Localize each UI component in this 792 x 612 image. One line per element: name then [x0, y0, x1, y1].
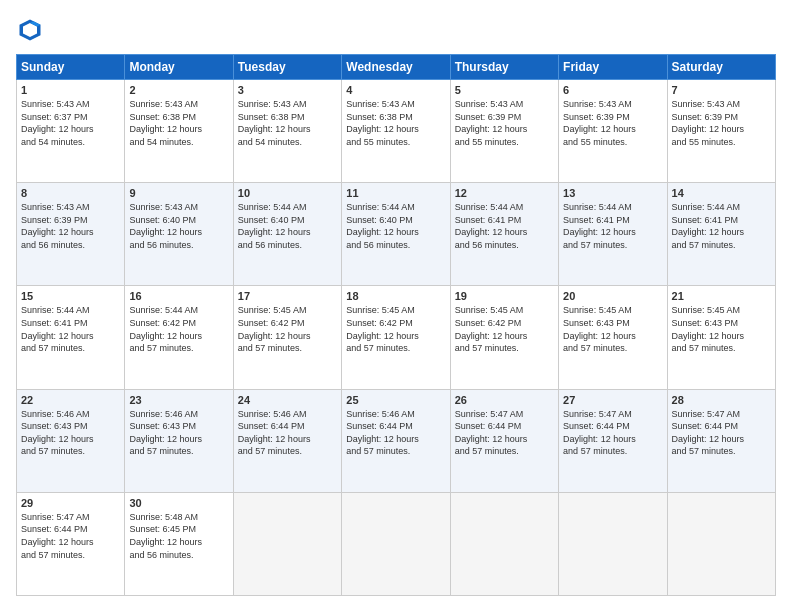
calendar-cell: 16Sunrise: 5:44 AM Sunset: 6:42 PM Dayli… — [125, 286, 233, 389]
calendar-cell: 8Sunrise: 5:43 AM Sunset: 6:39 PM Daylig… — [17, 183, 125, 286]
calendar-cell: 23Sunrise: 5:46 AM Sunset: 6:43 PM Dayli… — [125, 389, 233, 492]
day-number: 18 — [346, 290, 445, 302]
calendar-cell — [450, 492, 558, 595]
calendar-cell: 14Sunrise: 5:44 AM Sunset: 6:41 PM Dayli… — [667, 183, 775, 286]
logo-icon — [16, 16, 44, 44]
calendar-cell — [233, 492, 341, 595]
calendar-cell: 5Sunrise: 5:43 AM Sunset: 6:39 PM Daylig… — [450, 80, 558, 183]
calendar-week-3: 15Sunrise: 5:44 AM Sunset: 6:41 PM Dayli… — [17, 286, 776, 389]
day-number: 10 — [238, 187, 337, 199]
day-number: 13 — [563, 187, 662, 199]
calendar-cell: 25Sunrise: 5:46 AM Sunset: 6:44 PM Dayli… — [342, 389, 450, 492]
day-info: Sunrise: 5:44 AM Sunset: 6:41 PM Dayligh… — [21, 304, 120, 354]
col-header-sunday: Sunday — [17, 55, 125, 80]
day-info: Sunrise: 5:45 AM Sunset: 6:43 PM Dayligh… — [672, 304, 771, 354]
day-info: Sunrise: 5:48 AM Sunset: 6:45 PM Dayligh… — [129, 511, 228, 561]
day-number: 30 — [129, 497, 228, 509]
calendar-cell: 10Sunrise: 5:44 AM Sunset: 6:40 PM Dayli… — [233, 183, 341, 286]
day-info: Sunrise: 5:43 AM Sunset: 6:40 PM Dayligh… — [129, 201, 228, 251]
day-number: 22 — [21, 394, 120, 406]
day-number: 14 — [672, 187, 771, 199]
day-info: Sunrise: 5:43 AM Sunset: 6:38 PM Dayligh… — [238, 98, 337, 148]
day-number: 27 — [563, 394, 662, 406]
calendar-week-2: 8Sunrise: 5:43 AM Sunset: 6:39 PM Daylig… — [17, 183, 776, 286]
day-info: Sunrise: 5:44 AM Sunset: 6:41 PM Dayligh… — [672, 201, 771, 251]
calendar-week-5: 29Sunrise: 5:47 AM Sunset: 6:44 PM Dayli… — [17, 492, 776, 595]
calendar-cell: 18Sunrise: 5:45 AM Sunset: 6:42 PM Dayli… — [342, 286, 450, 389]
day-number: 3 — [238, 84, 337, 96]
day-number: 17 — [238, 290, 337, 302]
day-info: Sunrise: 5:45 AM Sunset: 6:42 PM Dayligh… — [238, 304, 337, 354]
calendar-cell: 6Sunrise: 5:43 AM Sunset: 6:39 PM Daylig… — [559, 80, 667, 183]
calendar-cell: 13Sunrise: 5:44 AM Sunset: 6:41 PM Dayli… — [559, 183, 667, 286]
calendar-week-4: 22Sunrise: 5:46 AM Sunset: 6:43 PM Dayli… — [17, 389, 776, 492]
calendar-cell: 28Sunrise: 5:47 AM Sunset: 6:44 PM Dayli… — [667, 389, 775, 492]
calendar-cell: 1Sunrise: 5:43 AM Sunset: 6:37 PM Daylig… — [17, 80, 125, 183]
col-header-monday: Monday — [125, 55, 233, 80]
calendar-cell: 9Sunrise: 5:43 AM Sunset: 6:40 PM Daylig… — [125, 183, 233, 286]
day-number: 6 — [563, 84, 662, 96]
calendar-cell: 2Sunrise: 5:43 AM Sunset: 6:38 PM Daylig… — [125, 80, 233, 183]
day-number: 11 — [346, 187, 445, 199]
day-number: 16 — [129, 290, 228, 302]
day-info: Sunrise: 5:45 AM Sunset: 6:42 PM Dayligh… — [346, 304, 445, 354]
col-header-saturday: Saturday — [667, 55, 775, 80]
col-header-friday: Friday — [559, 55, 667, 80]
day-info: Sunrise: 5:44 AM Sunset: 6:41 PM Dayligh… — [563, 201, 662, 251]
day-info: Sunrise: 5:47 AM Sunset: 6:44 PM Dayligh… — [21, 511, 120, 561]
calendar-cell: 19Sunrise: 5:45 AM Sunset: 6:42 PM Dayli… — [450, 286, 558, 389]
day-info: Sunrise: 5:46 AM Sunset: 6:43 PM Dayligh… — [21, 408, 120, 458]
day-info: Sunrise: 5:45 AM Sunset: 6:42 PM Dayligh… — [455, 304, 554, 354]
day-number: 25 — [346, 394, 445, 406]
calendar-cell: 29Sunrise: 5:47 AM Sunset: 6:44 PM Dayli… — [17, 492, 125, 595]
day-number: 2 — [129, 84, 228, 96]
day-info: Sunrise: 5:43 AM Sunset: 6:39 PM Dayligh… — [455, 98, 554, 148]
day-info: Sunrise: 5:46 AM Sunset: 6:44 PM Dayligh… — [238, 408, 337, 458]
day-number: 21 — [672, 290, 771, 302]
logo — [16, 16, 48, 44]
day-info: Sunrise: 5:46 AM Sunset: 6:43 PM Dayligh… — [129, 408, 228, 458]
day-info: Sunrise: 5:44 AM Sunset: 6:40 PM Dayligh… — [238, 201, 337, 251]
day-number: 4 — [346, 84, 445, 96]
calendar-week-1: 1Sunrise: 5:43 AM Sunset: 6:37 PM Daylig… — [17, 80, 776, 183]
col-header-wednesday: Wednesday — [342, 55, 450, 80]
calendar-cell: 15Sunrise: 5:44 AM Sunset: 6:41 PM Dayli… — [17, 286, 125, 389]
day-number: 29 — [21, 497, 120, 509]
calendar-table: SundayMondayTuesdayWednesdayThursdayFrid… — [16, 54, 776, 596]
day-info: Sunrise: 5:44 AM Sunset: 6:41 PM Dayligh… — [455, 201, 554, 251]
header — [16, 16, 776, 44]
day-info: Sunrise: 5:43 AM Sunset: 6:39 PM Dayligh… — [672, 98, 771, 148]
day-number: 26 — [455, 394, 554, 406]
day-number: 19 — [455, 290, 554, 302]
day-number: 7 — [672, 84, 771, 96]
page: SundayMondayTuesdayWednesdayThursdayFrid… — [0, 0, 792, 612]
day-number: 8 — [21, 187, 120, 199]
day-number: 5 — [455, 84, 554, 96]
calendar-header-row: SundayMondayTuesdayWednesdayThursdayFrid… — [17, 55, 776, 80]
calendar-cell: 22Sunrise: 5:46 AM Sunset: 6:43 PM Dayli… — [17, 389, 125, 492]
day-number: 9 — [129, 187, 228, 199]
day-number: 23 — [129, 394, 228, 406]
col-header-tuesday: Tuesday — [233, 55, 341, 80]
calendar-cell: 4Sunrise: 5:43 AM Sunset: 6:38 PM Daylig… — [342, 80, 450, 183]
calendar-cell: 17Sunrise: 5:45 AM Sunset: 6:42 PM Dayli… — [233, 286, 341, 389]
day-info: Sunrise: 5:43 AM Sunset: 6:38 PM Dayligh… — [129, 98, 228, 148]
calendar-cell: 30Sunrise: 5:48 AM Sunset: 6:45 PM Dayli… — [125, 492, 233, 595]
calendar-cell: 26Sunrise: 5:47 AM Sunset: 6:44 PM Dayli… — [450, 389, 558, 492]
day-number: 15 — [21, 290, 120, 302]
day-info: Sunrise: 5:45 AM Sunset: 6:43 PM Dayligh… — [563, 304, 662, 354]
day-info: Sunrise: 5:43 AM Sunset: 6:37 PM Dayligh… — [21, 98, 120, 148]
calendar-cell: 24Sunrise: 5:46 AM Sunset: 6:44 PM Dayli… — [233, 389, 341, 492]
calendar-cell: 27Sunrise: 5:47 AM Sunset: 6:44 PM Dayli… — [559, 389, 667, 492]
day-number: 12 — [455, 187, 554, 199]
day-number: 20 — [563, 290, 662, 302]
day-number: 28 — [672, 394, 771, 406]
day-number: 1 — [21, 84, 120, 96]
calendar-cell — [559, 492, 667, 595]
day-info: Sunrise: 5:43 AM Sunset: 6:39 PM Dayligh… — [563, 98, 662, 148]
calendar-cell — [342, 492, 450, 595]
day-info: Sunrise: 5:44 AM Sunset: 6:42 PM Dayligh… — [129, 304, 228, 354]
calendar-cell: 3Sunrise: 5:43 AM Sunset: 6:38 PM Daylig… — [233, 80, 341, 183]
day-number: 24 — [238, 394, 337, 406]
calendar-cell: 7Sunrise: 5:43 AM Sunset: 6:39 PM Daylig… — [667, 80, 775, 183]
